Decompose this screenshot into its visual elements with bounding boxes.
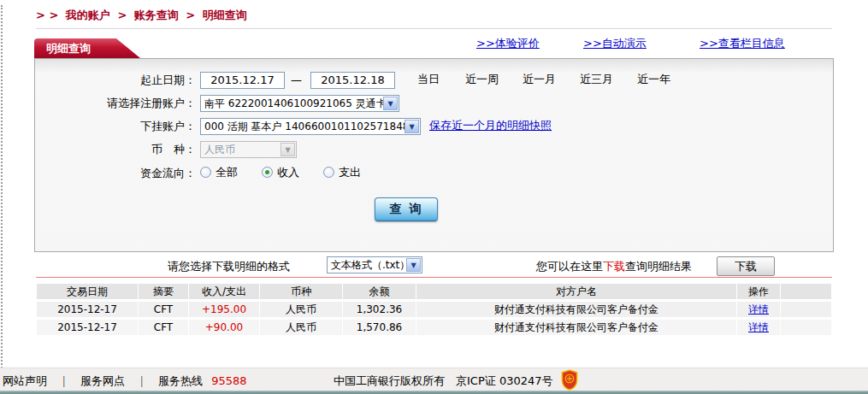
sub-account-value: 000 活期 基本户 1406600101102571848 bbox=[204, 121, 409, 132]
flow-direction-label: 资金流向： bbox=[35, 164, 196, 183]
breadcrumb-item-detail-query: 明细查询 bbox=[203, 9, 247, 21]
sub-account-row: 下挂账户：000 活期 基本户 1406600101102571848▼保存近一… bbox=[35, 116, 833, 135]
download-format-select[interactable]: 文本格式（.txt）▼ bbox=[327, 256, 422, 273]
header-divider bbox=[36, 28, 832, 29]
footer-hotline-label: 服务热线 bbox=[158, 374, 203, 387]
chevron-down-icon: ▼ bbox=[383, 97, 398, 110]
date-range-label: 起止日期： bbox=[35, 71, 196, 90]
footer-separator: ｜ bbox=[58, 374, 69, 387]
currency-label: 币 种： bbox=[35, 140, 196, 159]
flow-option-expense[interactable]: 支出 bbox=[323, 166, 361, 179]
footer-link-statement[interactable]: 网站声明 bbox=[3, 374, 47, 387]
col-header-amount: 收入/支出 bbox=[189, 284, 259, 299]
cell-balance: 1,302.36 bbox=[343, 302, 416, 317]
register-account-label: 请选择注册账户： bbox=[35, 94, 196, 113]
link-view-column-info[interactable]: >>查看栏目信息 bbox=[700, 36, 785, 51]
breadcrumb-prefix: > > bbox=[36, 9, 58, 21]
col-header-date: 交易日期 bbox=[37, 284, 138, 299]
flow-option-income-label: 收入 bbox=[277, 166, 299, 179]
cell-amount: +90.00 bbox=[189, 320, 259, 335]
currency-row: 币 种：人民币▼ bbox=[35, 139, 833, 158]
detail-link[interactable]: 详情 bbox=[748, 321, 769, 333]
chevron-down-icon: ▼ bbox=[406, 258, 421, 272]
flow-option-expense-label: 支出 bbox=[339, 166, 361, 179]
flow-option-all[interactable]: 全部 bbox=[200, 166, 238, 179]
link-auto-demo[interactable]: >>自动演示 bbox=[583, 36, 647, 51]
flow-direction-row: 资金流向：全部收入支出 bbox=[35, 163, 833, 182]
currency-value: 人民币 bbox=[204, 144, 235, 156]
register-account-value: 南平 6222001406100921065 灵通卡 bbox=[204, 97, 387, 109]
sub-account-label: 下挂账户： bbox=[35, 117, 196, 136]
flow-option-all-label: 全部 bbox=[216, 166, 238, 179]
col-header-counterparty: 对方户名 bbox=[416, 284, 736, 299]
chevron-down-icon: ▼ bbox=[404, 120, 419, 133]
save-snapshot-link[interactable]: 保存近一个月的明细快照 bbox=[429, 119, 552, 132]
breadcrumb-item-my-account[interactable]: 我的账户 bbox=[66, 9, 110, 21]
quick-range-month[interactable]: 近一月 bbox=[523, 70, 556, 89]
breadcrumb-item-account-query[interactable]: 账务查询 bbox=[134, 9, 179, 21]
table-row: 2015-12-17 CFT +195.00 人民币 1,302.36 财付通支… bbox=[37, 302, 831, 317]
radio-income-checked-icon[interactable] bbox=[262, 167, 273, 178]
table-header-row: 交易日期 摘要 收入/支出 币种 余额 对方户名 操作 bbox=[37, 284, 831, 299]
footer-copyright: 中国工商银行版权所有 京ICP证 030247号 bbox=[334, 373, 553, 389]
breadcrumb-separator: > bbox=[117, 9, 127, 21]
quick-range-today[interactable]: 当日 bbox=[417, 70, 440, 89]
col-header-filler bbox=[781, 284, 831, 299]
cell-counterparty: 财付通支付科技有限公司客户备付金 bbox=[416, 302, 736, 317]
col-header-balance: 余额 bbox=[343, 284, 416, 299]
red-divider bbox=[36, 277, 832, 278]
date-range-row: 起止日期：— 当日 近一周 近一月 近三月 近一年 bbox=[35, 70, 833, 89]
cell-counterparty: 财付通支付科技有限公司客户备付金 bbox=[416, 320, 736, 335]
download-hint-link[interactable]: 下载 bbox=[603, 260, 625, 273]
breadcrumb-separator: > bbox=[186, 9, 195, 21]
download-format-value: 文本格式（.txt） bbox=[331, 259, 410, 271]
police-badge-icon bbox=[560, 369, 579, 391]
query-form-panel: 起止日期：— 当日 近一周 近一月 近三月 近一年 请选择注册账户：南平 622… bbox=[34, 58, 834, 252]
query-button[interactable]: 查 询 bbox=[375, 197, 438, 221]
register-account-row: 请选择注册账户：南平 6222001406100921065 灵通卡▼ bbox=[35, 93, 833, 112]
cell-balance: 1,570.86 bbox=[343, 320, 416, 335]
table-row: 2015-12-17 CFT +90.00 人民币 1,570.86 财付通支付… bbox=[37, 320, 831, 335]
tab-detail-query[interactable]: 明细查询 bbox=[34, 38, 140, 58]
footer-hotline-number: 95588 bbox=[211, 374, 246, 387]
breadcrumb: > > 我的账户 > 账务查询 > 明细查询 bbox=[36, 8, 251, 23]
cell-date: 2015-12-17 bbox=[37, 302, 138, 317]
cell-currency: 人民币 bbox=[260, 320, 342, 335]
cell-currency: 人民币 bbox=[260, 302, 342, 317]
cell-amount: +195.00 bbox=[189, 302, 259, 317]
date-range-dash: — bbox=[291, 71, 302, 90]
footer-bottom-bar bbox=[0, 391, 868, 394]
footer-separator: ｜ bbox=[136, 374, 147, 387]
download-hint-before: 您可以在这里 bbox=[536, 260, 603, 273]
quick-range-year[interactable]: 近一年 bbox=[637, 70, 670, 89]
download-hint-after: 查询明细结果 bbox=[625, 260, 692, 273]
flow-option-income[interactable]: 收入 bbox=[262, 166, 299, 179]
col-header-currency: 币种 bbox=[260, 284, 342, 299]
radio-expense-icon[interactable] bbox=[323, 167, 334, 178]
download-button[interactable]: 下载 bbox=[717, 256, 775, 276]
download-format-label: 请您选择下载明细的格式 bbox=[168, 259, 290, 274]
sub-account-select[interactable]: 000 活期 基本户 1406600101102571848▼ bbox=[200, 118, 421, 135]
cell-date: 2015-12-17 bbox=[37, 320, 138, 335]
link-experience-rating[interactable]: >>体验评价 bbox=[476, 36, 540, 51]
register-account-select[interactable]: 南平 6222001406100921065 灵通卡▼ bbox=[200, 95, 399, 112]
footer: 网站声明 ｜ 服务网点 ｜ 服务热线 95588 中国工商银行版权所有 京ICP… bbox=[0, 368, 868, 391]
quick-range-3months[interactable]: 近三月 bbox=[580, 70, 613, 89]
radio-all-icon[interactable] bbox=[200, 167, 211, 178]
date-to-input[interactable] bbox=[310, 72, 395, 89]
col-header-action: 操作 bbox=[737, 284, 780, 299]
detail-link[interactable]: 详情 bbox=[748, 303, 769, 315]
transaction-table: 交易日期 摘要 收入/支出 币种 余额 对方户名 操作 2015-12-17 C… bbox=[36, 281, 832, 338]
footer-links: 网站声明 ｜ 服务网点 ｜ 服务热线 95588 bbox=[3, 373, 247, 389]
cell-summary: CFT bbox=[139, 302, 188, 317]
currency-select-disabled: 人民币▼ bbox=[200, 141, 297, 158]
chevron-down-icon: ▼ bbox=[280, 143, 295, 156]
col-header-summary: 摘要 bbox=[139, 284, 188, 299]
download-hint: 您可以在这里下载查询明细结果 bbox=[536, 259, 692, 274]
date-from-input[interactable] bbox=[200, 72, 285, 89]
cell-filler bbox=[781, 302, 831, 317]
footer-link-branches[interactable]: 服务网点 bbox=[80, 374, 125, 387]
quick-range-week[interactable]: 近一周 bbox=[465, 70, 499, 89]
cell-filler bbox=[781, 320, 831, 335]
left-dotted-border bbox=[1, 5, 3, 388]
